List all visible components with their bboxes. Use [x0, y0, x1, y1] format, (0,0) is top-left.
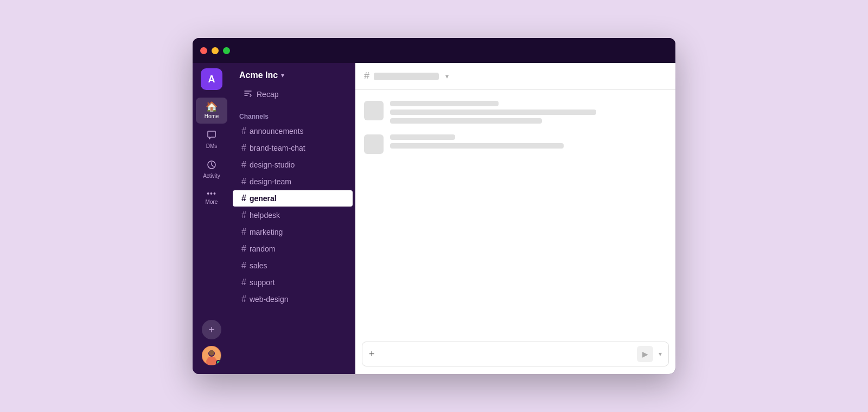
channel-sidebar: Acme Inc ▾ Recap Channels # announc	[231, 63, 355, 374]
skeleton-line	[390, 110, 596, 115]
close-button[interactable]	[200, 47, 207, 54]
channel-item-web-design[interactable]: # web-design	[233, 291, 353, 307]
maximize-button[interactable]	[223, 47, 230, 54]
channel-header: # ▾	[355, 63, 675, 90]
message-lines	[390, 134, 667, 149]
nav-item-home[interactable]: 🏠 Home	[196, 98, 227, 124]
channel-name: marketing	[250, 228, 283, 236]
channel-item-brand-team-chat[interactable]: # brand-team-chat	[233, 140, 353, 156]
minimize-button[interactable]	[212, 47, 219, 54]
hash-icon: #	[241, 194, 246, 203]
channel-name: web-design	[250, 295, 289, 304]
skeleton-line	[390, 143, 564, 149]
workspace-avatar[interactable]: A	[201, 68, 222, 90]
hash-icon: #	[241, 210, 246, 220]
channel-item-marketing[interactable]: # marketing	[233, 224, 353, 240]
message-skeleton-2	[364, 134, 667, 154]
channel-name: announcements	[250, 127, 304, 136]
hash-icon: #	[241, 160, 246, 170]
send-button[interactable]: ▶	[637, 346, 653, 362]
channel-item-helpdesk[interactable]: # helpdesk	[233, 207, 353, 223]
hash-icon: #	[241, 227, 246, 237]
channel-name: random	[250, 244, 275, 253]
channels-section-header: Channels	[231, 108, 355, 123]
online-status-dot	[216, 360, 221, 365]
nav-home-label: Home	[205, 113, 219, 119]
recap-button[interactable]: Recap	[235, 86, 350, 103]
dms-icon	[207, 130, 216, 141]
channel-name: support	[250, 278, 275, 287]
channel-name: sales	[250, 261, 267, 270]
hash-icon: #	[241, 294, 246, 304]
workspace-name: Acme Inc	[239, 70, 278, 80]
title-bar	[193, 38, 675, 63]
add-button[interactable]: +	[202, 320, 221, 339]
skeleton-line	[390, 118, 542, 124]
nav-item-dms[interactable]: DMs	[196, 126, 227, 153]
channel-item-support[interactable]: # support	[233, 274, 353, 291]
channel-item-random[interactable]: # random	[233, 241, 353, 257]
skeleton-line	[390, 134, 455, 140]
channel-name: helpdesk	[250, 211, 280, 220]
hash-icon: #	[241, 278, 246, 287]
channels-section: Channels # announcements # brand-team-ch…	[231, 108, 355, 374]
skeleton-line	[390, 101, 499, 106]
recap-icon	[244, 89, 252, 100]
channel-header-chevron-icon: ▾	[445, 73, 449, 80]
svg-point-3	[209, 350, 214, 356]
recap-label: Recap	[257, 90, 278, 99]
input-add-icon[interactable]: +	[369, 349, 375, 360]
channel-item-design-team[interactable]: # design-team	[233, 173, 353, 190]
avatar-skeleton	[364, 134, 384, 154]
channel-item-sales[interactable]: # sales	[233, 258, 353, 274]
app-body: A 🏠 Home DMs	[193, 63, 675, 374]
channel-item-design-studio[interactable]: # design-studio	[233, 157, 353, 173]
nav-more-label: More	[206, 199, 218, 205]
home-icon: 🏠	[206, 102, 218, 112]
channel-header-hash-icon: #	[364, 70, 369, 82]
hash-icon: #	[241, 244, 246, 254]
main-content: # ▾	[355, 63, 675, 374]
channel-item-announcements[interactable]: # announcements	[233, 123, 353, 139]
nav-item-more[interactable]: ••• More	[196, 185, 227, 209]
messages-area	[355, 90, 675, 336]
nav-dms-label: DMs	[206, 143, 218, 149]
app-window: A 🏠 Home DMs	[193, 38, 675, 374]
channel-item-general[interactable]: # general	[233, 190, 353, 207]
user-avatar[interactable]	[202, 346, 221, 365]
svg-rect-4	[208, 357, 215, 363]
channel-list: # announcements # brand-team-chat # desi…	[231, 123, 355, 307]
icon-sidebar: A 🏠 Home DMs	[193, 63, 231, 374]
message-input-bar[interactable]: + ▶ ▾	[362, 342, 669, 366]
workspace-dropdown-icon: ▾	[281, 72, 284, 79]
message-lines	[390, 101, 667, 124]
activity-icon	[207, 160, 216, 171]
hash-icon: #	[241, 177, 246, 186]
more-dots-icon: •••	[207, 190, 216, 197]
hash-icon: #	[241, 126, 246, 136]
channel-name: general	[250, 194, 277, 203]
nav-activity-label: Activity	[203, 173, 220, 179]
message-skeleton-1	[364, 101, 667, 124]
send-options-chevron-icon[interactable]: ▾	[659, 350, 662, 358]
hash-icon: #	[241, 143, 246, 153]
channel-name: design-team	[250, 177, 291, 186]
avatar-skeleton	[364, 101, 384, 120]
nav-item-activity[interactable]: Activity	[196, 156, 227, 183]
hash-icon: #	[241, 261, 246, 271]
channel-header-name-skeleton	[374, 73, 439, 80]
channel-name: brand-team-chat	[250, 144, 305, 152]
workspace-header[interactable]: Acme Inc ▾	[231, 63, 355, 86]
channel-name: design-studio	[250, 160, 295, 169]
